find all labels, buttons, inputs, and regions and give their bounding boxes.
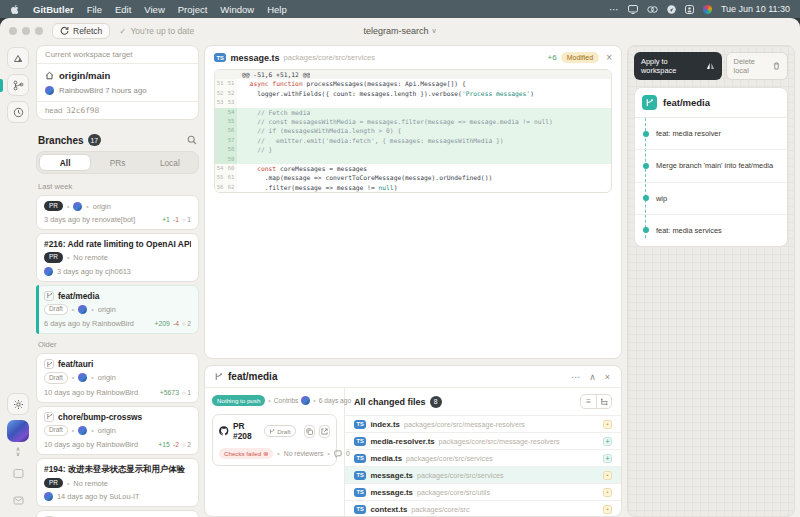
- branch-updated-text: 10 days ago by RainbowBird: [44, 440, 138, 449]
- branch-list-item[interactable]: Last week • •: [36, 179, 199, 192]
- branch-title: feat/tauri: [58, 359, 93, 369]
- file-view-toggle: ≡: [580, 394, 612, 409]
- collapse-icon[interactable]: ∧: [587, 372, 598, 382]
- changed-file-path: packages/core/src/utils: [417, 488, 490, 497]
- project-avatar[interactable]: [7, 420, 29, 442]
- open-pr-external-button[interactable]: [319, 425, 330, 438]
- photos-icon[interactable]: [703, 5, 712, 14]
- tree-view-icon[interactable]: [596, 395, 611, 408]
- target-view-button[interactable]: [7, 47, 29, 69]
- changed-files-section: All changed files 8 ≡: [345, 388, 621, 516]
- branch-list-item[interactable]: PR • • origin 3 days ago by renovate[bot…: [36, 195, 199, 230]
- workspace-view-button[interactable]: [7, 74, 29, 96]
- branch-push-section: Nothing to push • Contribs • 6 days ago: [205, 388, 345, 516]
- diff-line: 54 // Fetch media: [215, 108, 611, 117]
- diff-line: 58 // }: [215, 145, 611, 154]
- location-icon[interactable]: [667, 5, 676, 14]
- menubar-item[interactable]: Window: [220, 4, 254, 15]
- menubar-item[interactable]: Edit: [115, 4, 131, 15]
- menubar-items: File Edit View Project Window Help: [87, 4, 287, 15]
- branches-filter-tab[interactable]: PRs: [91, 154, 143, 171]
- changed-file-row[interactable]: TS message.ts packages/core/src/utils: [345, 483, 621, 500]
- commit-row[interactable]: feat: media resolver: [635, 118, 787, 150]
- menubar-item[interactable]: Help: [267, 4, 287, 15]
- branch-icon-badge: [642, 95, 657, 110]
- diff-line: @@ -51,6 +51,12 @@: [215, 70, 611, 79]
- search-icon[interactable]: [187, 135, 197, 145]
- more-options-icon[interactable]: ⋯: [569, 372, 582, 382]
- refresh-icon: [60, 26, 69, 35]
- branch-detail-header: feat/media ⋯ ∧ ×: [205, 366, 621, 388]
- sync-status: ✓ You're up to date: [119, 26, 194, 36]
- checks-failed-pill[interactable]: Checks failed ⊗: [219, 448, 273, 459]
- zoom-window-button[interactable]: [35, 27, 43, 35]
- branch-updated-text: 6 days ago by RainbowBird: [44, 319, 134, 328]
- user-switch-icon[interactable]: [685, 5, 694, 14]
- copy-pr-link-button[interactable]: [304, 425, 315, 438]
- changed-file-row[interactable]: TS message.ts packages/core/src/services: [345, 466, 621, 483]
- diff-view[interactable]: @@ -51,6 +51,12 @@ 51 51 async function …: [214, 69, 612, 193]
- changed-file-row[interactable]: TS index.ts packages/core/src/message-re…: [345, 415, 621, 432]
- changed-file-row[interactable]: TS media.ts packages/core/src/services: [345, 449, 621, 466]
- apply-to-workspace-button[interactable]: Apply to workspace: [634, 52, 722, 80]
- close-window-button[interactable]: [9, 27, 17, 35]
- branch-updated-text: 10 days ago by RainbowBird: [44, 388, 138, 397]
- branch-list-item[interactable]: #194: 改进未登录状态显示和用户体验 PR • • No remote 14…: [36, 458, 199, 507]
- branch-detail-panel: feat/media ⋯ ∧ × Nothing to push • Contr…: [204, 365, 622, 517]
- head-label: head: [45, 106, 62, 115]
- branch-list-item[interactable]: feat/media Draft • • origin 6 days ago b…: [36, 285, 199, 334]
- list-view-icon[interactable]: ≡: [581, 395, 596, 408]
- menubar-item[interactable]: File: [87, 4, 102, 15]
- close-panel-icon[interactable]: ×: [603, 372, 612, 382]
- refetch-label: Refetch: [73, 26, 102, 36]
- diff-line: 53 53: [215, 98, 611, 107]
- branches-filter-tab[interactable]: All: [39, 154, 91, 171]
- branches-header: Branches 17: [36, 126, 199, 151]
- branch-title: #194: 改进未登录状态显示和用户体验: [44, 464, 185, 475]
- modified-badge: Modified: [561, 52, 599, 63]
- file-path: packages/core/src/services: [283, 53, 375, 62]
- commit-row[interactable]: wip: [635, 183, 787, 215]
- branch-list-item[interactable]: chore/bump-crossws Draft • • origin 10 d…: [36, 406, 199, 455]
- check-icon: ✓: [119, 26, 126, 36]
- menubar-item[interactable]: Project: [178, 4, 208, 15]
- branch-list-item[interactable]: #216: Add rate limiting to OpenAI API re…: [36, 233, 199, 281]
- changed-file-row[interactable]: TS media-resolver.ts packages/core/src/m…: [345, 432, 621, 449]
- close-preview-icon[interactable]: ×: [606, 52, 612, 63]
- refetch-button[interactable]: Refetch: [52, 23, 110, 39]
- comments-icon: [334, 450, 342, 458]
- branch-list-item[interactable]: feat/tauri Draft • • origin 10 days ago …: [36, 353, 199, 402]
- file-preview-panel: TS message.ts packages/core/src/services…: [204, 45, 622, 359]
- branch-list-item[interactable]: Older • •: [36, 337, 199, 350]
- traffic-lights: [9, 27, 43, 35]
- menubar-app-name[interactable]: GitButler: [33, 4, 74, 15]
- stack-branch-card[interactable]: feat/media feat: media resolver Merge br…: [634, 87, 788, 247]
- minimize-window-button[interactable]: [22, 27, 30, 35]
- shortcuts-icon[interactable]: [647, 5, 658, 14]
- branch-list-item[interactable]: dev/docs • • origin a mo ago by RainbowB…: [36, 510, 199, 517]
- history-view-button[interactable]: [7, 101, 29, 123]
- display-icon[interactable]: [628, 5, 638, 14]
- menubar-clock[interactable]: Tue Jun 10 11:30: [721, 4, 790, 14]
- project-selector[interactable]: telegram-search ∨: [363, 26, 436, 36]
- commit-message: feat: media resolver: [656, 129, 721, 138]
- delete-local-button[interactable]: Delete local: [726, 52, 788, 80]
- apple-logo-icon[interactable]: [10, 4, 20, 15]
- project-switcher-chevrons[interactable]: ∧∨: [16, 447, 20, 457]
- settings-gear-button[interactable]: [7, 393, 29, 415]
- workspace-target-card[interactable]: Current workspace target origin/main Rai…: [36, 45, 199, 120]
- feedback-mail-icon[interactable]: [7, 489, 29, 511]
- gitbutler-window: Refetch ✓ You're up to date telegram-sea…: [0, 18, 800, 517]
- branches-filter-tab[interactable]: Local: [144, 154, 196, 171]
- menubar-item[interactable]: View: [144, 4, 164, 15]
- pull-request-card[interactable]: PR #208 Draft: [212, 414, 337, 466]
- commit-row[interactable]: feat: media services: [635, 215, 787, 246]
- changed-file-path: packages/core/src: [411, 505, 469, 514]
- avatar: [78, 305, 87, 314]
- commit-row[interactable]: Merge branch 'main' into feat/media: [635, 150, 787, 182]
- remote-label: origin: [93, 202, 111, 211]
- changed-file-row[interactable]: TS context.ts packages/core/src: [345, 500, 621, 516]
- diff-line: 52 52 logger.withFields({ count: message…: [215, 89, 611, 98]
- ellipsis-icon[interactable]: ⋯: [609, 4, 619, 15]
- image-panel-icon[interactable]: [7, 462, 29, 484]
